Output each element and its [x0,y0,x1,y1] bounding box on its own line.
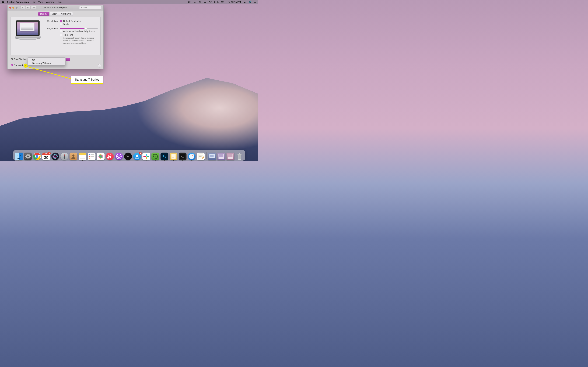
resolution-scaled-text: Scaled [63,23,70,25]
search-field[interactable] [79,6,102,9]
svg-point-4 [194,2,194,2]
tab-row: Display Color Night Shift [8,10,104,17]
svg-rect-14 [222,1,223,2]
resolution-default-radio[interactable]: Default for display [60,20,98,22]
dock-evernote[interactable] [152,153,159,160]
menu-window[interactable]: Window [46,1,54,3]
menu-view[interactable]: View [38,1,43,3]
dock-recent-1[interactable] [208,153,216,160]
dock-terminal[interactable] [179,153,187,160]
svg-point-8 [194,2,195,3]
app-menu[interactable]: System Preferences [7,1,29,3]
dock-calendar[interactable]: JUL303 [42,153,50,160]
apple-menu-icon[interactable] [2,1,4,3]
svg-rect-20 [15,153,19,160]
dock-recent-3[interactable] [227,153,234,160]
svg-point-3 [195,1,196,1]
svg-rect-55 [180,154,185,159]
brightness-label: Brightness: [45,27,60,45]
desktop-wallpaper [0,73,258,161]
menu-edit[interactable]: Edit [32,1,35,3]
dock-siri[interactable] [52,153,59,160]
svg-rect-11 [204,1,206,2]
dock-appletv[interactable]: tv [124,153,132,160]
titlebar[interactable]: ◀ ▶ Built-in Retina Display [8,5,104,10]
svg-text:Ps: Ps [162,155,166,158]
resolution-scaled-radio[interactable]: Scaled [60,23,98,25]
close-button[interactable] [9,7,11,8]
true-tone-text: True Tone [63,33,73,36]
dock-app-store[interactable]: 4 [133,153,141,160]
svg-rect-64 [210,155,214,157]
auto-brightness-checkbox[interactable]: Automatically adjust brightness [60,30,98,33]
siri-icon[interactable] [249,0,251,3]
airplay-icon[interactable] [204,0,207,3]
battery-percent: 81% [214,1,219,3]
svg-point-30 [72,154,75,157]
svg-rect-61 [199,156,203,156]
svg-point-7 [194,2,194,3]
svg-point-23 [20,155,21,156]
dock-photoshop[interactable]: Ps [161,153,168,160]
dock-chrome[interactable] [33,153,41,160]
airplay-dropdown: ✓Off Samsung 7 Series [28,58,66,66]
svg-point-2 [194,1,195,1]
dock-drafts[interactable] [170,153,177,160]
tab-night-shift[interactable]: Night Shift [59,12,73,16]
dock-photos[interactable] [97,153,105,160]
dock-notes[interactable] [79,153,86,160]
dock-recent-2[interactable] [217,153,225,160]
airplay-option-off[interactable]: ✓Off [28,58,65,61]
dock-podcasts[interactable] [115,153,123,160]
svg-rect-54 [172,157,174,158]
show-all-button[interactable] [31,6,36,9]
dock-launchpad[interactable] [61,153,68,160]
svg-point-12 [210,2,210,3]
menubar-extra-1-icon[interactable] [188,0,191,3]
airplay-label: AirPlay Display: [11,58,26,60]
true-tone-checkbox[interactable]: True Tone [60,33,98,36]
svg-point-43 [119,156,120,157]
svg-point-22 [17,155,17,156]
menubar-extra-3-icon[interactable] [199,0,201,3]
check-icon: ✓ [29,58,31,61]
svg-rect-21 [19,153,23,160]
wifi-icon[interactable] [209,0,212,3]
dock-system-preferences[interactable] [24,153,32,160]
dock-slack[interactable] [142,153,150,160]
battery-icon[interactable] [221,0,224,3]
svg-rect-34 [91,154,94,155]
menubar-extra-2-icon[interactable] [193,0,196,3]
minimize-button[interactable] [12,7,14,8]
notification-center-icon[interactable] [254,0,257,3]
zoom-button[interactable] [16,7,17,8]
svg-rect-68 [228,154,233,157]
forward-button[interactable]: ▶ [26,6,30,9]
dock-music[interactable] [106,153,114,160]
search-input[interactable] [81,7,105,9]
brightness-slider[interactable] [60,27,98,30]
dock-finder[interactable] [15,153,23,160]
tab-color[interactable]: Color [50,12,59,16]
airplay-option-samsung[interactable]: Samsung 7 Series [28,61,65,65]
svg-rect-66 [219,154,224,157]
svg-point-5 [194,2,195,2]
menu-help[interactable]: Help [57,1,62,3]
back-button[interactable]: ◀ [20,6,25,9]
svg-rect-62 [199,156,202,157]
dock-contacts[interactable] [70,153,77,160]
svg-rect-49 [144,156,146,157]
clock[interactable]: Thu 10:15 PM [226,1,241,3]
svg-point-6 [195,2,196,2]
dock-reminders[interactable] [88,153,95,160]
calendar-badge: 3 [48,152,51,155]
help-button[interactable]: ? [98,64,101,67]
spotlight-icon[interactable] [243,0,246,3]
dock-safari[interactable] [188,153,196,160]
airplay-option-samsung-label: Samsung 7 Series [32,62,51,65]
dock-textedit[interactable] [197,153,205,160]
svg-rect-69 [237,154,242,155]
dock-trash[interactable] [236,153,243,160]
tab-display[interactable]: Display [38,12,49,16]
app-store-badge: 4 [139,152,142,155]
